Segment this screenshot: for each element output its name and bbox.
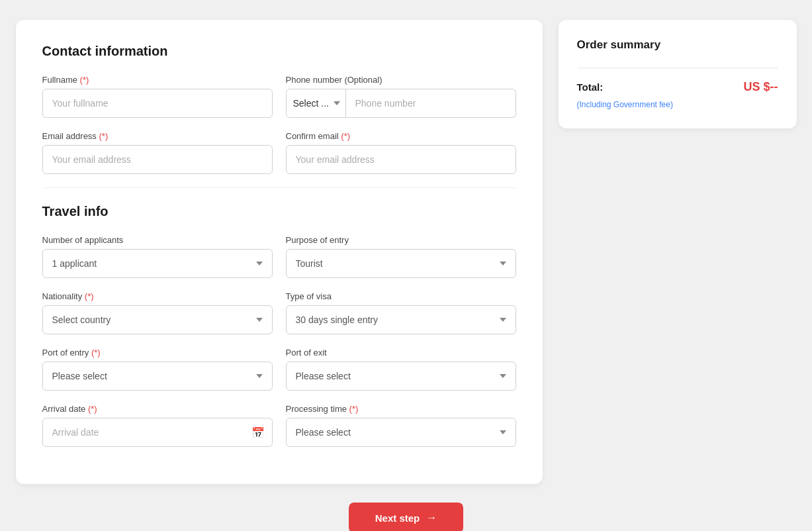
total-value: US $--	[743, 80, 778, 94]
row-dates: Arrival date (*) 📅 Processing time (*) P…	[42, 404, 516, 447]
fullname-input[interactable]	[42, 89, 273, 118]
arrival-date-wrapper: 📅	[42, 418, 273, 447]
row-email: Email address (*) Confirm email (*)	[42, 131, 516, 174]
govt-fee-note: (Including Government fee)	[577, 98, 778, 110]
section-divider	[42, 187, 516, 188]
phone-number-input[interactable]	[346, 89, 516, 118]
phone-input-group: Select ...	[286, 89, 516, 118]
fullname-label: Fullname (*)	[42, 75, 273, 85]
row-nationality-visa: Nationality (*) Select country Type of v…	[42, 291, 516, 334]
form-card: Contact information Fullname (*) Phone n…	[16, 20, 543, 484]
next-step-button[interactable]: Next step →	[349, 503, 464, 531]
nationality-group: Nationality (*) Select country	[42, 291, 273, 334]
applicants-label: Number of applicants	[42, 235, 273, 245]
phone-label: Phone number (Optional)	[286, 75, 516, 85]
row-applicants-purpose: Number of applicants 1 applicant Purpose…	[42, 235, 516, 278]
total-label: Total:	[577, 81, 604, 93]
order-summary-title: Order summary	[577, 38, 778, 52]
port-entry-select[interactable]: Please select	[42, 362, 273, 391]
confirm-email-input[interactable]	[286, 145, 516, 174]
purpose-label: Purpose of entry	[286, 235, 516, 245]
visa-type-group: Type of visa 30 days single entry	[286, 291, 516, 334]
port-exit-select[interactable]: Please select	[286, 362, 516, 391]
total-row: Total: US $--	[577, 80, 778, 94]
contact-section-title: Contact information	[42, 44, 516, 59]
processing-time-group: Processing time (*) Please select	[286, 404, 516, 447]
row-ports: Port of entry (*) Please select Port of …	[42, 348, 516, 391]
phone-country-select[interactable]: Select ...	[286, 89, 346, 118]
port-exit-label: Port of exit	[286, 348, 516, 358]
arrival-date-input[interactable]	[42, 418, 273, 447]
port-exit-group: Port of exit Please select	[286, 348, 516, 391]
email-input[interactable]	[42, 145, 273, 174]
confirm-email-group: Confirm email (*)	[286, 131, 516, 174]
confirm-email-label: Confirm email (*)	[286, 131, 516, 141]
processing-time-label: Processing time (*)	[286, 404, 516, 414]
applicants-select[interactable]: 1 applicant	[42, 249, 273, 278]
purpose-select[interactable]: Tourist	[286, 249, 516, 278]
arrival-date-label: Arrival date (*)	[42, 404, 273, 414]
arrow-right-icon: →	[426, 512, 437, 524]
footer-bar: Next step →	[16, 503, 797, 531]
purpose-group: Purpose of entry Tourist	[286, 235, 516, 278]
fullname-group: Fullname (*)	[42, 75, 273, 118]
nationality-label: Nationality (*)	[42, 291, 273, 301]
port-entry-group: Port of entry (*) Please select	[42, 348, 273, 391]
order-summary-card: Order summary Total: US $-- (Including G…	[559, 20, 797, 128]
visa-type-select[interactable]: 30 days single entry	[286, 305, 516, 334]
summary-divider	[577, 68, 778, 68]
phone-group: Phone number (Optional) Select ...	[286, 75, 516, 118]
applicants-group: Number of applicants 1 applicant	[42, 235, 273, 278]
arrival-date-group: Arrival date (*) 📅	[42, 404, 273, 447]
email-group: Email address (*)	[42, 131, 273, 174]
email-label: Email address (*)	[42, 131, 273, 141]
row-fullname-phone: Fullname (*) Phone number (Optional) Sel…	[42, 75, 516, 118]
nationality-select[interactable]: Select country	[42, 305, 273, 334]
port-entry-label: Port of entry (*)	[42, 348, 273, 358]
visa-type-label: Type of visa	[286, 291, 516, 301]
travel-section-title: Travel info	[42, 204, 516, 219]
processing-time-select[interactable]: Please select	[286, 418, 516, 447]
